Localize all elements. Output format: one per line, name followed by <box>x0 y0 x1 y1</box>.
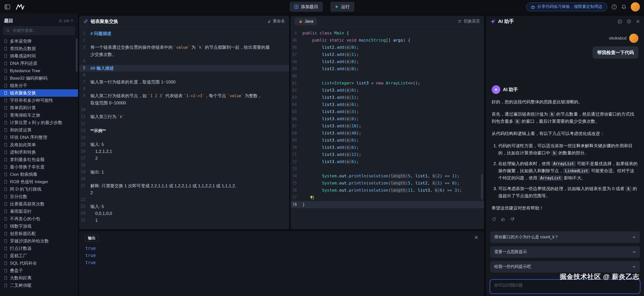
sidebar-item[interactable]: 阿 D 的飞行路线 <box>0 186 78 193</box>
code-line[interactable]: 68 list3.add(e:40); <box>291 130 484 137</box>
sidebar-item[interactable]: 叠盘子 <box>0 267 78 274</box>
sidebar-item[interactable]: 二叉树供暖 <box>0 282 78 289</box>
code-line[interactable]: 67 list3.add(e:10); <box>291 122 484 130</box>
description-line[interactable]: 3将一个链表通过交换位置的操作使链表中的 `value` 为 `k` 的节点都聚… <box>79 44 289 58</box>
description-line[interactable]: 20 <box>79 176 289 182</box>
sidebar-item[interactable]: Cion 勒索病毒 <box>0 171 78 178</box>
description-line[interactable]: 17 2 <box>79 155 289 162</box>
sidebar-item[interactable]: RGB 色值转 Integer <box>0 178 78 186</box>
description-line[interactable]: 19输出: 1 <box>79 169 289 176</box>
sidebar-item[interactable]: 打点计数器 <box>0 245 78 252</box>
sidebar-item[interactable]: 大数和距离 <box>0 274 78 282</box>
thumbs-down-icon[interactable] <box>510 217 515 221</box>
code-line[interactable]: 64 list3.add(e:6); <box>291 101 484 108</box>
code-line[interactable]: 56 list2.add(e:0); <box>291 44 484 51</box>
sidebar-item[interactable]: 病毒感染时间 <box>0 52 78 60</box>
code-line[interactable]: 70 list3.add(e:6); <box>291 144 484 151</box>
sidebar-item[interactable]: 及格如此简单 <box>0 141 78 149</box>
description-editor[interactable]: 1# 问题描述23将一个链表通过交换位置的操作使链表中的 `value` 为 `… <box>79 27 289 227</box>
description-line[interactable]: 15输入: 5 <box>79 141 289 148</box>
lightbulb-icon[interactable] <box>310 195 313 199</box>
sidebar-item[interactable]: 简单四则计算 <box>0 104 78 112</box>
code-line[interactable]: 65 list3.add(e:3); <box>291 108 484 115</box>
ai-question-input[interactable] <box>494 282 636 291</box>
code-line[interactable]: 76 System.out.println(solution(length:11… <box>291 187 484 194</box>
history-icon[interactable] <box>627 19 631 24</box>
code-line[interactable]: 73 <box>291 165 484 172</box>
scrollbar-thumb[interactable] <box>76 39 77 72</box>
description-line[interactable]: 23输入: 5 <box>79 203 289 210</box>
code-line[interactable]: 62 list3.add(e:6); <box>291 87 484 94</box>
sidebar-item[interactable]: 链表聚集交换 <box>0 89 78 97</box>
code-line[interactable]: 69 list3.add(e:6); <box>291 137 484 144</box>
sidebar-item[interactable]: 进制求和转换 <box>0 149 78 156</box>
thumbs-up-icon[interactable] <box>501 217 505 221</box>
sidebar-item[interactable]: SQL 代码补全 <box>0 260 78 267</box>
scrollbar-thumb[interactable] <box>481 174 483 200</box>
search-box[interactable] <box>3 26 75 35</box>
description-line[interactable]: 25 1 <box>79 217 289 224</box>
sidebar-item[interactable]: 穿越沙漠的补给次数 <box>0 237 78 245</box>
sidebar-item[interactable]: 和的逆运算 <box>0 126 78 134</box>
code-line[interactable]: 57 list2.add(e:1); <box>291 51 484 58</box>
sidebar-item[interactable]: Bytedance Tree <box>0 67 78 75</box>
description-line[interactable]: 4 <box>79 58 289 65</box>
code-line[interactable]: 63 list3.add(e:1); <box>291 94 484 101</box>
rename-button[interactable]: 重命名 <box>267 19 285 24</box>
sidebar-item[interactable]: 百分位数 <box>0 193 78 200</box>
description-line[interactable]: 6 <box>79 72 289 79</box>
description-line[interactable]: 11输入第三行为 `k` <box>79 113 289 120</box>
code-line[interactable]: 78} <box>291 201 484 208</box>
close-ai-icon[interactable] <box>636 19 640 23</box>
suggested-question-button[interactable]: 给我一些代码提示吧 <box>490 261 640 273</box>
notifications-bell-icon[interactable] <box>621 4 627 10</box>
description-line[interactable]: 16 1,2,1,2,1 <box>79 148 289 155</box>
switch-language-button[interactable]: 切换语言 <box>458 19 480 24</box>
help-icon[interactable]: ? <box>611 4 617 10</box>
description-line[interactable]: 13**示例** <box>79 127 289 134</box>
sidebar-item[interactable]: Base32 编码和解码 <box>0 75 78 82</box>
description-line[interactable]: 18 <box>79 162 289 169</box>
description-line[interactable]: 21解释: 只需要交换 1 次即可变成 2,2,1,1,1 或 1,2,2,1,… <box>79 182 289 196</box>
code-line[interactable]: 71 list3.add(e:12); <box>291 151 484 158</box>
sidebar-item[interactable]: 字符串有多少种可能性 <box>0 97 78 104</box>
sidebar-item[interactable]: 猜数字游戏 <box>0 223 78 230</box>
run-button[interactable]: 运行 <box>330 2 354 12</box>
app-logo[interactable] <box>16 4 25 10</box>
suggested-question-button[interactable]: 需要一点思路提示 <box>490 246 640 258</box>
sidebar-item[interactable]: 创意标题匹配 <box>0 230 78 237</box>
code-line[interactable]: 59 list2.add(e:0); <box>291 65 484 72</box>
description-line[interactable]: 24 0,0,1,0,0 <box>79 210 289 217</box>
sidebar-item[interactable]: 蛋糕工厂 <box>0 252 78 260</box>
description-line[interactable]: 22 <box>79 196 289 203</box>
code-line[interactable]: 60 <box>291 72 484 80</box>
sidebar-item[interactable]: 猫鱼分干 <box>0 82 78 89</box>
description-line[interactable]: 7输入第一行为链表的长度，取值范围 1~1000 <box>79 79 289 85</box>
description-line[interactable]: 5## 输入描述 <box>79 65 289 72</box>
sidebar-item[interactable]: 最小替换子串长度 <box>0 163 78 171</box>
code-line[interactable]: 58 list2.add(e:0); <box>291 58 484 65</box>
ai-input-box[interactable] <box>490 279 640 294</box>
sidebar-toggle-icon[interactable] <box>4 4 11 10</box>
code-editor[interactable]: 4public class Main {46 public static voi… <box>291 27 484 211</box>
code-line[interactable]: 66 list3.add(e:6); <box>291 115 484 122</box>
close-output-icon[interactable] <box>474 235 478 240</box>
sidebar-item[interactable]: 多米诺骨牌 <box>0 38 78 45</box>
sidebar-item[interactable]: 暴雨梨花针 <box>0 208 78 215</box>
sidebar-item[interactable]: DNA 序列还原 <box>0 60 78 67</box>
description-line[interactable]: 8 <box>79 85 289 92</box>
description-line[interactable]: 10 <box>79 106 289 113</box>
code-line[interactable]: 75 System.out.println(solution(length:5,… <box>291 180 484 187</box>
suggested-question-button[interactable]: 滑动窗口的大小为什么是 count_k？ <box>490 231 640 243</box>
sidebar-item[interactable]: 查找热点数据 <box>0 45 78 52</box>
code-line[interactable]: 72 list3.add(e:6); <box>291 158 484 165</box>
regenerate-icon[interactable] <box>492 217 496 221</box>
sidebar-item[interactable]: 计算位置 x 到 y 的最少步数 <box>0 119 78 126</box>
promo-banner[interactable]: 分享代码练习体验，领限量定制周边 <box>526 3 607 11</box>
code-line[interactable]: 46 public static void main(String[] args… <box>291 37 484 44</box>
add-problem-button[interactable]: 添加题目 <box>290 2 323 12</box>
sidebar-item[interactable]: 拿到最多红包金额 <box>0 156 78 163</box>
description-line[interactable]: 9输入第二行为链表的节点，如 `1 2 3` 代表链表 `1->2->3`，每个… <box>79 92 289 106</box>
description-line[interactable]: 2 <box>79 37 289 44</box>
language-tab[interactable]: Java <box>295 18 317 25</box>
